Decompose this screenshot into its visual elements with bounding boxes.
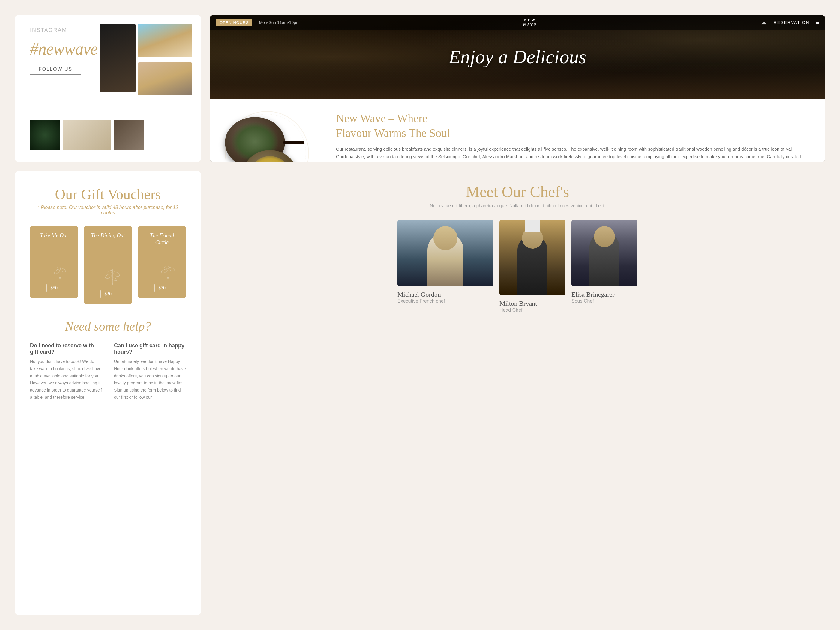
- instagram-grid: [99, 24, 192, 92]
- instagram-photo-1: [99, 24, 136, 92]
- faq-answer-1: No, you don't have to book! We do take w…: [30, 358, 102, 401]
- voucher-card-3: The Friend Circle $70: [138, 226, 186, 298]
- logo-line1: NEW: [523, 18, 538, 22]
- faq-answer-2: Unfortunately, we don't have Happy Hour …: [114, 358, 186, 401]
- hero-heading: Enjoy a Delicious: [449, 46, 586, 68]
- voucher-card-1: Take Me Out $50: [30, 226, 78, 298]
- instagram-photo-2: [138, 24, 192, 57]
- chef-card-3: Elisa Brincgarer Sous Chef: [572, 220, 638, 313]
- nav-right: ☁ RESERVATION ≡: [761, 19, 819, 26]
- instagram-photo-5: [63, 120, 111, 150]
- about-heading: New Wave – Where Flavour Warms The Soul: [336, 111, 810, 141]
- website-content: New Wave – Where Flavour Warms The Soul …: [210, 99, 825, 162]
- website-nav: OPEN HOURS Mon-Sun 11am-10pm NEW WAVE ☁ …: [210, 15, 825, 30]
- nav-left: OPEN HOURS Mon-Sun 11am-10pm: [216, 19, 300, 26]
- chefs-heading: Meet Our Chef's: [225, 183, 810, 201]
- svg-point-5: [112, 283, 114, 285]
- instagram-bottom-grid: [30, 120, 144, 150]
- chef-title-1: Executive French chef: [398, 298, 494, 304]
- floral-decor-1: [48, 260, 72, 284]
- gift-vouchers-section: Our Gift Vouchers * Please note: Our vou…: [15, 171, 201, 615]
- logo-line2: WAVE: [523, 22, 538, 27]
- svg-point-11: [167, 277, 169, 279]
- instagram-photo-3: [138, 62, 192, 95]
- svg-point-15: [164, 266, 169, 268]
- chef-title-3: Sous Chef: [572, 298, 638, 304]
- chefs-section: Meet Our Chef's Nulla vitae elit libero,…: [210, 171, 825, 615]
- faq-section: Need some help? Do I need to reserve wit…: [30, 319, 186, 401]
- chef-photo-1: [398, 220, 494, 286]
- chef-name-1: Michael Gordon: [398, 291, 494, 298]
- floral-decor-2: [99, 263, 126, 290]
- nav-hours: Mon-Sun 11am-10pm: [259, 20, 299, 25]
- voucher-title-2: The Dining Out: [90, 232, 126, 239]
- svg-point-2: [54, 269, 60, 275]
- svg-point-8: [112, 271, 121, 278]
- chef-photo-3: [572, 220, 638, 286]
- food-image-container: [225, 111, 327, 162]
- svg-point-13: [161, 268, 168, 274]
- chef-card-2: Milton Bryant Head Chef: [499, 220, 565, 313]
- floral-decor-3: [156, 260, 180, 284]
- hero-tables-overlay: [210, 63, 825, 99]
- cloud-icon: ☁: [761, 19, 766, 26]
- faq-question-2: Can I use gift card in happy hours?: [114, 343, 186, 355]
- restaurant-about: New Wave – Where Flavour Warms The Soul …: [336, 111, 810, 162]
- about-description: Our restaurant, serving delicious breakf…: [336, 145, 810, 162]
- reservation-button[interactable]: RESERVATION: [774, 20, 810, 25]
- faq-item-1: Do I need to reserve with gift card? No,…: [30, 343, 102, 401]
- faq-item-2: Can I use gift card in happy hours? Unfo…: [114, 343, 186, 401]
- voucher-card-2: The Dining Out $30: [84, 226, 132, 304]
- follow-button[interactable]: FOLLOW US: [30, 64, 81, 75]
- voucher-title-3: The Friend Circle: [144, 232, 180, 246]
- instagram-section: INSTAGRAM #newwave FOLLOW US: [15, 15, 201, 162]
- voucher-price-2: $30: [101, 290, 115, 298]
- chef-photo-2: [499, 220, 565, 295]
- chef-card-1: Michael Gordon Executive French chef: [398, 220, 494, 313]
- faq-grid: Do I need to reserve with gift card? No,…: [30, 343, 186, 401]
- svg-point-0: [59, 277, 61, 279]
- instagram-photo-4: [30, 120, 60, 150]
- page-wrapper: INSTAGRAM #newwave FOLLOW US OPEN HOURS …: [0, 0, 840, 630]
- voucher-title-1: Take Me Out: [36, 232, 72, 239]
- chef-name-2: Milton Bryant: [499, 300, 565, 308]
- faq-heading: Need some help?: [30, 319, 186, 333]
- chef-title-2: Head Chef: [499, 308, 565, 313]
- hamburger-icon[interactable]: ≡: [816, 19, 819, 26]
- gift-vouchers-heading: Our Gift Vouchers: [30, 186, 186, 202]
- instagram-photo-6: [114, 120, 144, 150]
- svg-point-7: [105, 273, 113, 279]
- voucher-price-1: $50: [46, 284, 62, 292]
- voucher-price-3: $70: [155, 284, 169, 292]
- faq-question-1: Do I need to reserve with gift card?: [30, 343, 102, 355]
- gift-vouchers-subtitle: * Please note: Our voucher is valid 48 h…: [30, 205, 186, 216]
- chefs-subtitle: Nulla vitae elit libero, a pharetra augu…: [225, 203, 810, 208]
- restaurant-website: OPEN HOURS Mon-Sun 11am-10pm NEW WAVE ☁ …: [210, 15, 825, 162]
- chefs-grid: Michael Gordon Executive French chef Mil…: [225, 220, 810, 313]
- nav-logo: NEW WAVE: [523, 18, 538, 27]
- voucher-cards-container: Take Me Out $50 The Dining Out: [30, 226, 186, 304]
- chef-name-3: Elisa Brincgarer: [572, 291, 638, 298]
- open-hours-badge: OPEN HOURS: [216, 19, 252, 26]
